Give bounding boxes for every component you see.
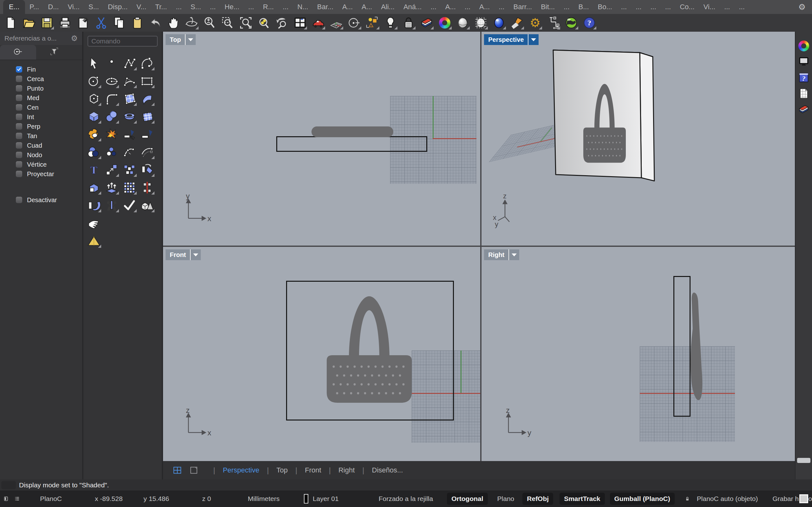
lightbulb-button[interactable]	[384, 16, 397, 30]
menu-item[interactable]: ...	[734, 0, 749, 14]
bag-object-front-view[interactable]	[322, 291, 417, 405]
circle-tool-button[interactable]	[87, 74, 101, 89]
polygon-tool-button[interactable]	[87, 92, 101, 106]
checkbox-fin[interactable]	[16, 66, 22, 72]
bag-object-top-view[interactable]	[310, 124, 395, 140]
history-stub[interactable]	[1, 481, 16, 489]
curve-tool-button[interactable]	[140, 56, 154, 71]
orbit-button[interactable]	[185, 16, 199, 30]
chevron-down-icon[interactable]	[186, 34, 196, 45]
menu-item[interactable]: Ali...	[376, 0, 399, 14]
menu-item[interactable]: ...	[494, 0, 509, 14]
sphere-ghosted-button[interactable]	[474, 16, 488, 30]
ellipse-tool-button[interactable]	[104, 74, 119, 89]
zoom-selected-button[interactable]	[257, 16, 271, 30]
box-tool-button[interactable]	[87, 109, 101, 124]
torus-tool-button[interactable]	[122, 109, 137, 124]
menu-item[interactable]: ...	[631, 0, 646, 14]
bend-tool-button[interactable]	[87, 198, 101, 213]
menu-item[interactable]: Tr...	[151, 0, 171, 14]
grid-page-button[interactable]	[798, 88, 810, 100]
viewport-label-front[interactable]: Front	[165, 249, 201, 260]
extrude-tool-button[interactable]	[104, 180, 119, 195]
menu-item[interactable]: A...	[357, 0, 376, 14]
tab-osnap[interactable]	[0, 45, 36, 60]
menu-item[interactable]: ...	[460, 0, 475, 14]
zoom-button[interactable]	[203, 16, 217, 30]
menu-item[interactable]: V...	[132, 0, 151, 14]
checkbox-nodo[interactable]	[16, 152, 22, 158]
zoom-undo-button[interactable]	[275, 16, 289, 30]
menu-item[interactable]: Barr...	[509, 0, 537, 14]
checkbox-perp[interactable]	[16, 123, 22, 130]
viewport-label-right[interactable]: Right	[484, 249, 519, 260]
viewport-label-perspective[interactable]: Perspective	[484, 34, 539, 45]
boolean-tool-button[interactable]	[87, 145, 101, 159]
viewport-perspective[interactable]: z x y Perspective	[481, 32, 795, 245]
help-button[interactable]: ?	[582, 16, 596, 30]
scale-tool-button[interactable]	[104, 163, 119, 177]
viewport-right[interactable]: z y Right	[481, 247, 795, 461]
lock-button[interactable]	[402, 16, 415, 30]
chevron-down-icon[interactable]	[191, 249, 201, 260]
cplane-auto-menu[interactable]: PlanoC auto (objeto)	[697, 495, 758, 503]
command-list-icon[interactable]	[14, 493, 20, 504]
gear-icon[interactable]: ⚙	[792, 0, 812, 14]
checkbox-int[interactable]	[16, 114, 22, 120]
menu-item[interactable]: E...	[3, 0, 25, 14]
layer-menu[interactable]: Layer 01	[313, 495, 339, 503]
viewport-tab-front[interactable]: Front	[305, 466, 321, 474]
menu-item[interactable]: Vi...	[699, 0, 720, 14]
planar-toggle[interactable]: Plano	[497, 495, 514, 503]
menu-item[interactable]: He...	[220, 0, 244, 14]
scrollbar-thumb[interactable]	[797, 458, 810, 463]
menu-item[interactable]: B...	[574, 0, 594, 14]
pointer-tool-button[interactable]	[87, 56, 101, 71]
menu-item[interactable]: Disp...	[103, 0, 132, 14]
curve-points-tool-button[interactable]	[122, 56, 137, 71]
puzzle-tool-button[interactable]	[87, 127, 101, 142]
menu-item[interactable]: Co...	[675, 0, 699, 14]
smarttrack-toggle[interactable]: SmartTrack	[560, 493, 605, 505]
menu-item[interactable]: D...	[44, 0, 63, 14]
viewport-tab-right[interactable]: Right	[339, 466, 355, 474]
single-pane-button[interactable]	[189, 465, 199, 475]
spheres-tool-button[interactable]	[104, 109, 119, 124]
blocks-tool-button[interactable]	[122, 163, 137, 177]
menu-item[interactable]: N...	[293, 0, 313, 14]
print-button[interactable]	[58, 16, 72, 30]
checkbox-cen[interactable]	[16, 104, 22, 111]
checkbox-vértice[interactable]	[16, 161, 22, 168]
cage-tool-button[interactable]	[87, 180, 101, 195]
cake-button[interactable]	[420, 16, 434, 30]
split-tool-button[interactable]	[140, 127, 154, 142]
copy-button[interactable]	[112, 16, 126, 30]
checkbox-tan[interactable]	[16, 133, 22, 139]
menu-item[interactable]: ...	[661, 0, 675, 14]
menu-item[interactable]: ...	[559, 0, 574, 14]
menu-item[interactable]: S...	[84, 0, 103, 14]
trim-tool-button[interactable]	[122, 127, 137, 142]
gumball-toggle[interactable]: Gumball (PlanoC)	[610, 493, 675, 505]
bag-object-right-view[interactable]	[687, 291, 704, 402]
help-window-button[interactable]: ?	[798, 72, 810, 83]
tab-filter[interactable]	[36, 45, 72, 60]
cake-strip-button[interactable]	[798, 103, 810, 115]
chevron-down-icon[interactable]	[509, 249, 519, 260]
car-button[interactable]	[311, 16, 325, 30]
menu-item[interactable]: ...	[171, 0, 186, 14]
surface-tool-button[interactable]	[140, 92, 154, 106]
layer-color-swatch[interactable]	[304, 494, 308, 504]
gear-icon[interactable]: ⚙	[71, 34, 78, 43]
zoom-extents-button[interactable]	[239, 16, 253, 30]
pyramid-tool-button[interactable]	[87, 233, 101, 248]
pan-hand-button[interactable]	[166, 16, 181, 30]
gear-button[interactable]: ⚙	[528, 16, 542, 30]
viewport-label-top[interactable]: Top	[165, 34, 196, 45]
ortho-toggle[interactable]: Ortogonal	[447, 493, 488, 505]
check-tool-button[interactable]	[122, 198, 137, 213]
menu-item[interactable]: ...	[646, 0, 660, 14]
command-input[interactable]	[88, 36, 158, 47]
menu-item[interactable]: ...	[617, 0, 631, 14]
viewport-layout-button[interactable]	[293, 16, 307, 30]
